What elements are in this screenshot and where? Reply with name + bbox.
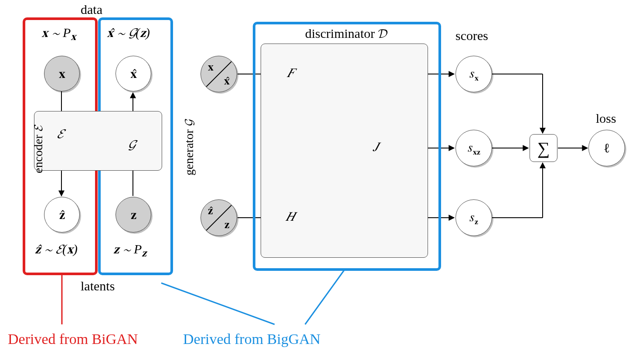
split-zhat-z: 𝐳̂ 𝐳 [200, 199, 237, 236]
svg-line-21 [305, 270, 344, 324]
label-scores: scores [455, 28, 488, 43]
label-E-inside: 𝓔 [57, 126, 64, 142]
label-data: data [81, 2, 102, 17]
callout-biggan: Derived from BigGAN [183, 331, 320, 347]
node-sxz: 𝑠𝐱𝐳 [455, 130, 492, 166]
panel-discriminator [261, 44, 428, 258]
label-generator-side: generator 𝓖 [182, 119, 197, 175]
label-G-inside: 𝓖 [128, 137, 135, 152]
split-x-xhat: 𝐱 𝐱̂ [200, 56, 237, 92]
node-xhat: 𝐱̂ [115, 56, 151, 91]
label-loss: loss [596, 111, 616, 126]
node-sum: ∑ [530, 134, 557, 162]
label-F-inside: 𝐹 [287, 65, 295, 81]
node-sx: 𝑠𝐱 [455, 56, 492, 92]
node-x: 𝐱 [44, 56, 80, 91]
callout-bigan: Derived from BiGAN [8, 331, 138, 347]
svg-line-20 [161, 283, 275, 324]
label-latents: latents [81, 279, 115, 293]
label-J-inside: 𝐽 [373, 139, 378, 155]
node-z: 𝐳 [115, 197, 151, 233]
node-zhat: 𝐳̂ [44, 197, 80, 233]
label-H-inside: 𝐻 [285, 209, 295, 224]
node-loss: ℓ [588, 130, 625, 166]
label-encoder-side: encoder 𝓔 [31, 125, 46, 173]
node-sz: 𝑠𝐳 [455, 199, 492, 236]
panel-encoder-generator [34, 111, 162, 171]
